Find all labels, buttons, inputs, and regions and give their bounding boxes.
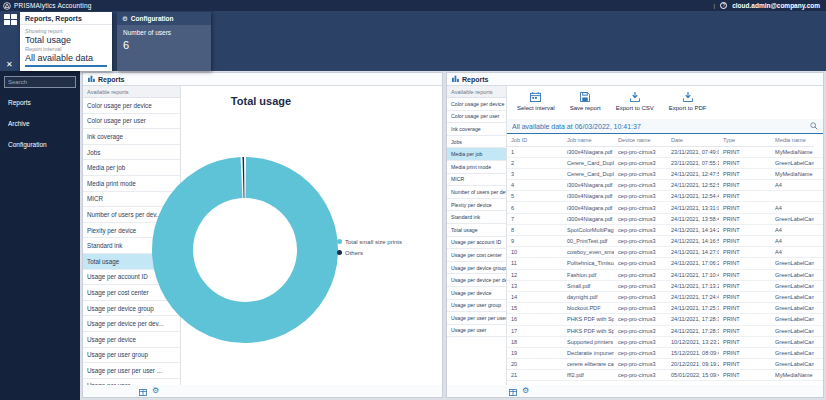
configuration-card-title: Configuration bbox=[131, 15, 174, 22]
table-row[interactable]: 12 Fashion.pdf cep-pro-cirrus3 24/11/202… bbox=[507, 269, 823, 280]
column-header[interactable]: Job ID bbox=[507, 134, 563, 146]
report-list-item[interactable]: Usage per device bbox=[447, 287, 506, 300]
report-list-item[interactable]: MICR bbox=[447, 174, 506, 187]
cell-job-id: 20 bbox=[507, 359, 563, 370]
save-report-button[interactable]: Save report bbox=[570, 92, 601, 111]
table-row[interactable]: 8 SpotColorMultiPage... cep-pro-cirrus3 … bbox=[507, 224, 823, 235]
legend-dot bbox=[337, 250, 342, 255]
table-row[interactable]: 4 i300x4Niagara.pdf cep-pro-cirrus3 24/1… bbox=[507, 180, 823, 191]
report-list-item[interactable]: Usage per device group bbox=[447, 262, 506, 275]
cell-device-name: cep-pro-cirrus3 bbox=[614, 359, 667, 370]
cell-job-name: i300x4Niagara.pdf bbox=[563, 180, 614, 191]
report-list-item[interactable]: Usage per account ID bbox=[447, 237, 506, 250]
settings-gear-icon[interactable]: ⚙ bbox=[152, 387, 159, 395]
cell-type: PRINT bbox=[719, 269, 771, 280]
search-input[interactable] bbox=[4, 76, 76, 88]
table-row[interactable]: 20 cerere eliberare card ... cep-pro-cir… bbox=[507, 359, 823, 370]
column-header[interactable]: Media name bbox=[771, 134, 814, 146]
settings-gear-icon[interactable]: ⚙ bbox=[522, 387, 529, 395]
report-list-item[interactable]: Jobs bbox=[447, 136, 506, 149]
report-interval-value[interactable]: All available data bbox=[25, 53, 107, 67]
table-row[interactable]: 1 i300x4Niagara.pdf cep-pro-cirrus3 23/1… bbox=[507, 146, 823, 157]
table-row[interactable]: 17 PHKS PDF with Spot ... cep-pro-cirrus… bbox=[507, 325, 823, 336]
cell-job-id: 14 bbox=[507, 291, 563, 302]
table-row[interactable]: 11 Politehnica_Timisoar... cep-pro-cirru… bbox=[507, 258, 823, 269]
jobs-table: Job IDJob nameDevice nameDateTypeMedia n… bbox=[507, 134, 823, 393]
right-reports-panel: Reports Available reports Color usage pe… bbox=[446, 72, 824, 398]
report-list-item[interactable]: Usage per user per user ... bbox=[83, 363, 180, 379]
table-row[interactable]: 2 Cerere_Card_Duplica... cep-pro-cirrus3… bbox=[507, 157, 823, 168]
legend-item[interactable]: Others bbox=[337, 247, 402, 258]
export-csv-button[interactable]: Export to CSV bbox=[616, 92, 654, 111]
table-row[interactable]: 18 Supported printers F... cep-pro-cirru… bbox=[507, 336, 823, 347]
cell-media-name: GreenLabelCanon bbox=[771, 291, 814, 302]
table-row[interactable]: 9 00_PrintTest.pdf cep-pro-cirrus3 24/11… bbox=[507, 236, 823, 247]
column-header[interactable]: Device name bbox=[614, 134, 667, 146]
cell-media-name: GreenLabelCanon bbox=[771, 280, 814, 291]
table-row[interactable]: 10 cowboy_even_smalle... cep-pro-cirrus3… bbox=[507, 247, 823, 258]
sidebar-item[interactable]: Archive bbox=[0, 113, 80, 134]
donut-chart[interactable] bbox=[145, 150, 345, 350]
user-email[interactable]: cloud.admin@company.com bbox=[732, 2, 820, 9]
export-pdf-button[interactable]: Export to PDF bbox=[669, 92, 707, 111]
showing-report-value[interactable]: Total usage bbox=[25, 35, 107, 45]
table-view-icon[interactable] bbox=[509, 382, 517, 400]
report-list-item[interactable]: Color usage per user bbox=[83, 114, 180, 130]
cell-date: 24/11/2021, 17:28:36 bbox=[667, 325, 719, 336]
cell-job-id: 8 bbox=[507, 224, 563, 235]
table-row[interactable]: 13 Small.pdf cep-pro-cirrus3 24/11/2021,… bbox=[507, 280, 823, 291]
table-row[interactable]: 19 Declaratie impuneri... cep-pro-cirrus… bbox=[507, 347, 823, 358]
panel-title: Reports bbox=[462, 76, 488, 83]
table-view-icon[interactable] bbox=[139, 382, 147, 400]
report-list-item[interactable]: Usage per cost center bbox=[447, 249, 506, 262]
report-list-item[interactable]: Usage per user bbox=[447, 325, 506, 338]
table-row[interactable]: 15 blockout.PDF cep-pro-cirrus3 24/11/20… bbox=[507, 303, 823, 314]
cell-device-name: cep-pro-cirrus3 bbox=[614, 168, 667, 179]
cell-type: PRINT bbox=[719, 370, 771, 381]
app-grid-icon[interactable] bbox=[4, 14, 17, 25]
report-list-item[interactable]: Number of users per device bbox=[447, 186, 506, 199]
cell-type: PRINT bbox=[719, 325, 771, 336]
report-list-item[interactable]: Total usage bbox=[447, 224, 506, 237]
cell-media-name: GreenLabelCanon bbox=[771, 314, 814, 325]
sidebar-item[interactable]: Reports bbox=[0, 92, 80, 113]
report-list-item[interactable]: Standard ink bbox=[447, 211, 506, 224]
cell-date: 24/11/2021, 17:13:23 bbox=[667, 280, 719, 291]
table-row[interactable]: 7 i300x4Niagara.pdf cep-pro-cirrus3 24/1… bbox=[507, 213, 823, 224]
report-list-item[interactable]: Ink coverage bbox=[83, 129, 180, 145]
report-list-item[interactable]: Media per job bbox=[447, 148, 506, 161]
column-header[interactable]: Type bbox=[719, 134, 771, 146]
table-row[interactable]: 5 i300x4Niagara.pdf cep-pro-cirrus3 24/1… bbox=[507, 191, 823, 202]
close-icon[interactable]: ✕ bbox=[6, 61, 13, 69]
report-list-item[interactable]: Media print mode bbox=[447, 161, 506, 174]
table-row[interactable]: 3 Cerere_Card_Duplica... cep-pro-cirrus3… bbox=[507, 168, 823, 179]
column-header[interactable]: Date bbox=[667, 134, 719, 146]
cell-date: 24/11/2021, 17:06:29 bbox=[667, 258, 719, 269]
select-interval-button[interactable]: Select interval bbox=[517, 92, 555, 111]
report-list-item[interactable]: Color usage per device bbox=[447, 98, 506, 111]
report-list-item[interactable]: Plexity per device bbox=[447, 199, 506, 212]
table-row[interactable]: 21 fff2.pdf cep-pro-cirrus3 05/01/2022, … bbox=[507, 370, 823, 381]
cell-type: PRINT bbox=[719, 236, 771, 247]
app-screen: PRISMAlytics Accounting | ? cloud.admin@… bbox=[0, 0, 826, 400]
legend-item[interactable]: Total small size prints bbox=[337, 236, 402, 247]
table-row[interactable]: 16 PHKS PDF with Spot ... cep-pro-cirrus… bbox=[507, 314, 823, 325]
column-header[interactable]: Job name bbox=[563, 134, 614, 146]
report-list-item[interactable]: Usage per user per user g... bbox=[447, 312, 506, 325]
help-icon[interactable]: ? bbox=[720, 2, 727, 9]
cell-date: 23/11/2021, 07:55:13 bbox=[667, 157, 719, 168]
search-icon[interactable] bbox=[810, 122, 818, 130]
cell-job-name: 00_PrintTest.pdf bbox=[563, 236, 614, 247]
table-row[interactable]: 14 daynight.pdf cep-pro-cirrus3 24/11/20… bbox=[507, 291, 823, 302]
report-list-item[interactable]: Color usage per user bbox=[447, 111, 506, 124]
table-row[interactable]: 6 i300x4Niagara.pdf cep-pro-cirrus3 24/1… bbox=[507, 202, 823, 213]
cell-device-name: cep-pro-cirrus3 bbox=[614, 291, 667, 302]
report-list-item[interactable]: Usage per device per dev... bbox=[447, 274, 506, 287]
report-list-item[interactable]: Color usage per device bbox=[83, 98, 180, 114]
report-list-item[interactable]: Ink coverage bbox=[447, 123, 506, 136]
cell-type: PRINT bbox=[719, 291, 771, 302]
report-list-item[interactable]: Usage per user group bbox=[447, 300, 506, 313]
cell-device-name: cep-pro-cirrus3 bbox=[614, 236, 667, 247]
sidebar-item[interactable]: Configuration bbox=[0, 134, 80, 155]
legend-label: Others bbox=[345, 250, 363, 256]
